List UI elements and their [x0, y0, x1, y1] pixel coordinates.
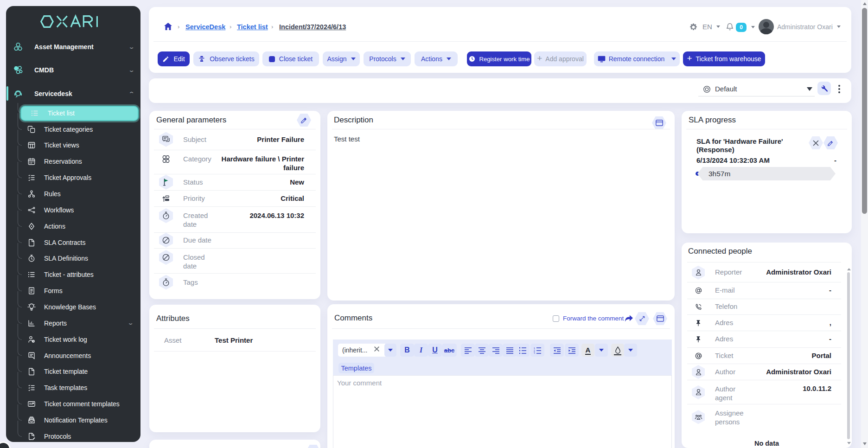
svg-text:3: 3: [534, 352, 535, 354]
svg-text:3h57m: 3h57m: [708, 170, 730, 178]
